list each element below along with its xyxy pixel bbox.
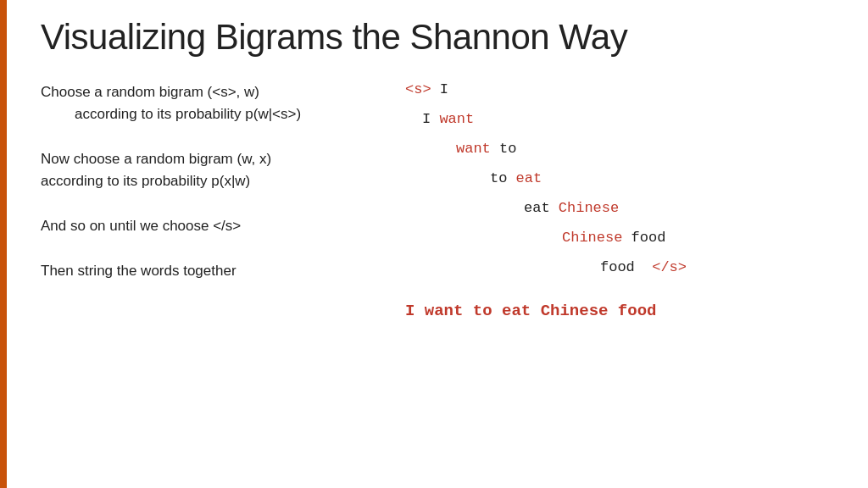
step2-line3: Now choose a random bigram (w, x) (41, 148, 405, 170)
final-sentence: I want to eat Chinese food (405, 302, 656, 320)
slide-title: Visualizing Bigrams the Shannon Way (41, 17, 834, 58)
step2-line4: according to its probability p(x|w) (41, 170, 405, 192)
bigram-word-I: I (431, 81, 448, 97)
step4-line6: Then string the words together (41, 260, 405, 282)
bigram-row-7: food </s> (600, 259, 687, 275)
step1-line2: according to its probability p(w|<s>) (41, 103, 405, 125)
bigram-to1: to (491, 141, 517, 157)
bigram-want-red: want (456, 141, 491, 157)
bigram-want: want (439, 111, 474, 127)
bigram-eat: eat (516, 170, 542, 186)
bigram-row-5: eat Chinese (524, 200, 619, 216)
accent-bar (0, 0, 7, 488)
bigram-row-2: I want (422, 111, 474, 127)
sentence-text: I want to eat Chinese food (405, 302, 656, 320)
bigram-chinese: Chinese (559, 200, 619, 216)
bigram-eat-black: eat (524, 200, 559, 216)
step1-line1: Choose a random bigram (<s>, w) (41, 81, 405, 103)
body-section: Choose a random bigram (<s>, w) accordin… (41, 81, 834, 282)
left-text-block: Choose a random bigram (<s>, w) accordin… (41, 81, 405, 282)
bigram-row-4: to eat (490, 170, 542, 186)
bigram-to2: to (490, 170, 516, 186)
bigram-start-tag: <s> (405, 81, 431, 97)
bigram-row-1: <s> I (405, 81, 448, 97)
bigram-food-black: food (600, 259, 635, 275)
bigram-end-tag: </s> (635, 259, 687, 275)
bigram-row-3: want to (456, 141, 516, 157)
bigram-I: I (422, 111, 439, 127)
bigram-chinese-red: Chinese (562, 230, 622, 246)
bigram-food1: food (622, 230, 665, 246)
step3-line5: And so on until we choose </s> (41, 215, 405, 237)
bigram-row-6: Chinese food (562, 230, 665, 246)
slide-content: Visualizing Bigrams the Shannon Way Choo… (7, 0, 868, 488)
